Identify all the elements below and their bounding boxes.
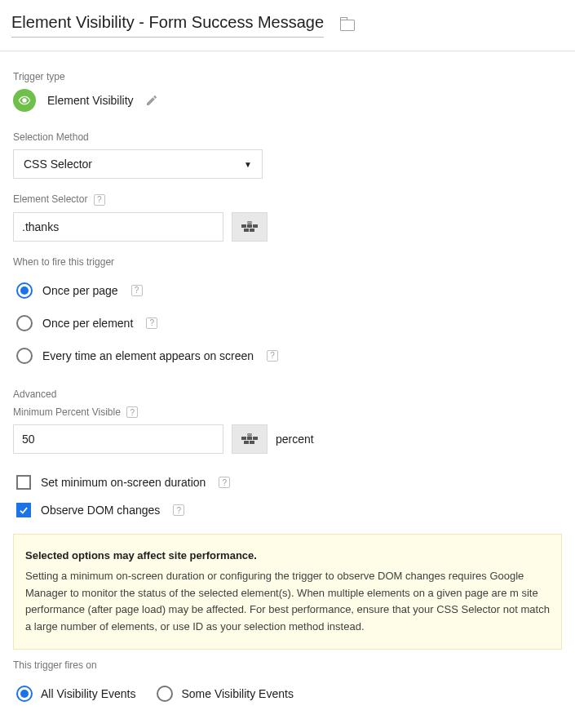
svg-rect-11 [244,441,249,444]
svg-rect-5 [250,229,254,232]
svg-rect-4 [244,229,249,232]
fires-on-label: This trigger fires on [13,659,562,671]
radio-button[interactable] [16,686,33,702]
when-to-fire-label: When to fire this trigger [13,256,562,268]
warning-body: Setting a minimum on-screen duration or … [25,568,550,636]
radio-button[interactable] [157,686,173,702]
svg-point-0 [23,99,26,102]
radio-once-per-page[interactable]: Once per page ? [13,274,562,307]
radio-label: Some Visibility Events [181,687,293,700]
page-title[interactable]: Element Visibility - Form Success Messag… [11,13,324,38]
when-to-fire-group: Once per page ? Once per element ? Every… [13,274,562,372]
help-icon[interactable]: ? [131,285,143,296]
min-percent-label: Minimum Percent Visible ? [13,406,562,419]
trigger-type-label: Trigger type [13,71,562,82]
radio-label: All Visibility Events [41,687,135,700]
variable-picker-button[interactable] [232,212,268,242]
radio-once-per-element[interactable]: Once per element ? [13,307,562,340]
help-icon[interactable]: ? [126,406,138,418]
radio-button[interactable] [16,315,33,331]
svg-rect-3 [253,224,258,228]
min-percent-input[interactable] [13,424,223,454]
checkbox-label: Observe DOM changes [41,504,160,517]
variable-picker-button[interactable] [232,424,268,454]
help-icon[interactable]: ? [94,194,105,206]
radio-label: Once per page [42,284,118,297]
help-icon[interactable]: ? [173,504,184,516]
fires-on-group: All Visibility Events Some Visibility Ev… [13,677,562,710]
radio-all-events[interactable]: All Visibility Events [16,686,135,702]
radio-every-time[interactable]: Every time an element appears on screen … [13,340,562,372]
checkbox[interactable] [16,475,31,490]
svg-rect-12 [250,441,254,444]
trigger-type-row: Element Visibility [13,89,562,112]
help-icon[interactable]: ? [219,477,230,488]
element-selector-input[interactable] [13,212,223,242]
visibility-icon [13,89,36,112]
selection-method-value: CSS Selector [24,158,92,171]
content-area: Trigger type Element Visibility Selectio… [0,51,575,720]
checkbox[interactable] [16,503,31,517]
svg-rect-1 [241,224,246,228]
advanced-label: Advanced [13,388,562,400]
radio-label: Every time an element appears on screen [42,349,254,362]
edit-icon[interactable] [145,94,158,107]
radio-label: Once per element [42,317,133,330]
svg-rect-10 [253,437,258,440]
element-selector-row [13,212,562,242]
page-header: Element Visibility - Form Success Messag… [0,0,575,51]
trigger-type-name: Element Visibility [47,94,134,107]
radio-some-events[interactable]: Some Visibility Events [157,686,293,702]
min-percent-row: percent [13,424,562,454]
warning-title: Selected options may affect site perform… [25,548,550,565]
checkbox-observe-dom[interactable]: Observe DOM changes ? [13,496,562,524]
performance-warning: Selected options may affect site perform… [13,534,562,650]
folder-icon[interactable] [340,20,355,31]
svg-rect-9 [247,437,252,440]
radio-button[interactable] [16,348,33,364]
svg-rect-8 [241,437,246,440]
unit-label: percent [276,433,314,446]
radio-button[interactable] [16,282,33,299]
checkbox-label: Set minimum on-screen duration [41,476,206,489]
selection-method-select[interactable]: CSS Selector [13,149,263,179]
selection-method-label: Selection Method [13,131,562,143]
help-icon[interactable]: ? [146,317,157,329]
checkbox-min-duration[interactable]: Set minimum on-screen duration ? [13,468,562,496]
element-selector-label: Element Selector ? [13,193,562,206]
help-icon[interactable]: ? [267,350,278,362]
svg-rect-2 [247,224,252,228]
